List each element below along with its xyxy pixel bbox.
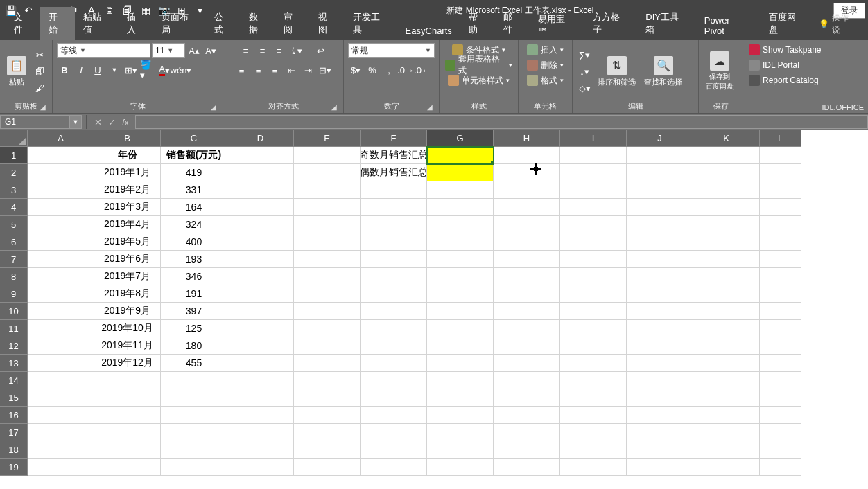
cell-L17[interactable]	[760, 424, 801, 441]
cell-K8[interactable]	[693, 268, 760, 285]
idl-portal-button[interactable]: IDL Portal	[747, 58, 801, 72]
cell-B2[interactable]: 2019年1月	[94, 164, 161, 181]
cell-C19[interactable]	[161, 459, 227, 476]
number-format-combo[interactable]: 常规▼	[348, 43, 435, 58]
cell-E12[interactable]	[294, 337, 361, 355]
row-header-14[interactable]: 14	[0, 372, 28, 389]
cell-grid[interactable]: 年份销售额(万元)奇数月销售汇总2019年1月419偶数月销售汇总2019年2月…	[28, 147, 801, 476]
cell-G18[interactable]	[427, 441, 494, 459]
cell-H17[interactable]	[494, 424, 560, 441]
cell-F19[interactable]	[361, 459, 427, 476]
cell-L13[interactable]	[760, 355, 801, 372]
cell-L11[interactable]	[760, 320, 801, 337]
cell-I10[interactable]	[560, 303, 627, 320]
cell-L16[interactable]	[760, 407, 801, 424]
cell-L9[interactable]	[760, 285, 801, 303]
cell-B17[interactable]	[94, 424, 161, 441]
cell-G5[interactable]	[427, 216, 494, 233]
indent-decrease-icon[interactable]: ⇤	[284, 62, 300, 78]
sort-filter-button[interactable]: ⇅ 排序和筛选	[595, 55, 639, 89]
row-header-8[interactable]: 8	[0, 268, 28, 285]
row-header-12[interactable]: 12	[0, 337, 28, 355]
cell-A16[interactable]	[28, 407, 94, 424]
cell-J14[interactable]	[627, 372, 693, 389]
cell-K5[interactable]	[693, 216, 760, 233]
cell-G2[interactable]	[427, 164, 494, 181]
cell-J3[interactable]	[627, 181, 693, 199]
cell-A15[interactable]	[28, 389, 94, 407]
bold-button[interactable]: B	[57, 62, 72, 78]
align-top-icon[interactable]: ≡	[238, 43, 254, 58]
column-header-B[interactable]: B	[94, 130, 161, 147]
select-all-corner[interactable]	[0, 130, 28, 147]
column-header-K[interactable]: K	[693, 130, 760, 147]
cell-H12[interactable]	[494, 337, 560, 355]
cell-B18[interactable]	[94, 441, 161, 459]
cell-C6[interactable]: 400	[161, 233, 227, 251]
cell-H2[interactable]	[494, 164, 560, 181]
cell-F6[interactable]	[361, 233, 427, 251]
cell-I13[interactable]	[560, 355, 627, 372]
increase-decimal-icon[interactable]: .0→	[398, 62, 413, 78]
cell-G16[interactable]	[427, 407, 494, 424]
column-header-F[interactable]: F	[361, 130, 427, 147]
cell-J8[interactable]	[627, 268, 693, 285]
cell-D3[interactable]	[227, 181, 294, 199]
cell-K6[interactable]	[693, 233, 760, 251]
cell-A6[interactable]	[28, 233, 94, 251]
cell-J4[interactable]	[627, 199, 693, 216]
name-box[interactable]: G1	[0, 115, 69, 129]
cell-J18[interactable]	[627, 441, 693, 459]
row-header-9[interactable]: 9	[0, 285, 28, 303]
cell-H10[interactable]	[494, 303, 560, 320]
orientation-icon[interactable]: ⤹▾	[288, 43, 304, 58]
cell-D14[interactable]	[227, 372, 294, 389]
cell-F15[interactable]	[361, 389, 427, 407]
column-header-A[interactable]: A	[28, 130, 94, 147]
cell-K12[interactable]	[693, 337, 760, 355]
column-header-D[interactable]: D	[227, 130, 294, 147]
cell-C13[interactable]: 455	[161, 355, 227, 372]
cell-E4[interactable]	[294, 199, 361, 216]
cell-K4[interactable]	[693, 199, 760, 216]
fill-icon[interactable]: ↓▾	[577, 64, 592, 79]
cell-L8[interactable]	[760, 268, 801, 285]
cell-B10[interactable]: 2019年9月	[94, 303, 161, 320]
cell-G14[interactable]	[427, 372, 494, 389]
cell-G13[interactable]	[427, 355, 494, 372]
cell-B6[interactable]: 2019年5月	[94, 233, 161, 251]
cell-D1[interactable]	[227, 147, 294, 164]
cell-E13[interactable]	[294, 355, 361, 372]
cell-J13[interactable]	[627, 355, 693, 372]
column-header-L[interactable]: L	[760, 130, 801, 147]
border-icon[interactable]: ⊞▾	[123, 62, 139, 78]
cell-B19[interactable]	[94, 459, 161, 476]
cell-A3[interactable]	[28, 181, 94, 199]
cell-C7[interactable]: 193	[161, 251, 227, 268]
tab-easycharts[interactable]: EasyCharts	[397, 21, 460, 40]
cell-D5[interactable]	[227, 216, 294, 233]
cell-F2[interactable]: 偶数月销售汇总	[361, 164, 427, 181]
cell-F8[interactable]	[361, 268, 427, 285]
cell-K17[interactable]	[693, 424, 760, 441]
underline-button[interactable]: U	[90, 62, 105, 78]
save-baidu-button[interactable]: ☁ 保存到 百度网盘	[703, 50, 736, 93]
cell-D19[interactable]	[227, 459, 294, 476]
cell-J2[interactable]	[627, 164, 693, 181]
decrease-font-icon[interactable]: A▾	[203, 43, 218, 58]
cell-E16[interactable]	[294, 407, 361, 424]
cell-E14[interactable]	[294, 372, 361, 389]
tab-insert[interactable]: 插入	[119, 7, 153, 40]
cell-E10[interactable]	[294, 303, 361, 320]
row-header-2[interactable]: 2	[0, 164, 28, 181]
cell-J9[interactable]	[627, 285, 693, 303]
cell-I15[interactable]	[560, 389, 627, 407]
row-header-3[interactable]: 3	[0, 181, 28, 199]
cell-F10[interactable]	[361, 303, 427, 320]
cell-E5[interactable]	[294, 216, 361, 233]
cell-H6[interactable]	[494, 233, 560, 251]
tab-mail[interactable]: 邮件	[495, 7, 530, 40]
indent-increase-icon[interactable]: ⇥	[301, 62, 316, 78]
row-header-19[interactable]: 19	[0, 459, 28, 476]
fill-handle[interactable]	[491, 161, 494, 164]
